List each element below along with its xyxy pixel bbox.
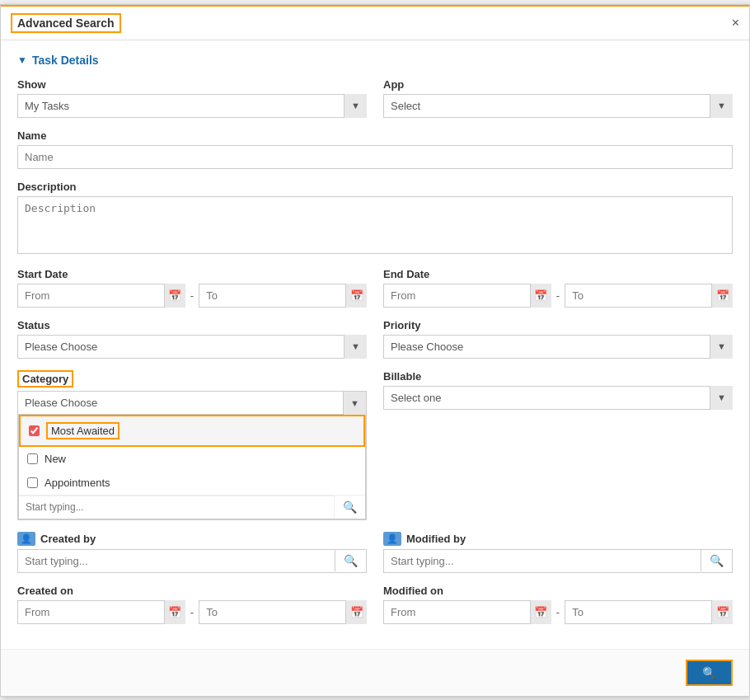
modified-by-search-button[interactable]: 🔍 (701, 550, 732, 571)
priority-select-wrapper: Please Choose High Medium Low ▼ (383, 335, 733, 359)
billable-label: Billable (383, 370, 733, 383)
category-search-input[interactable] (19, 496, 334, 518)
priority-field: Priority Please Choose High Medium Low ▼ (383, 319, 733, 359)
name-row: Name (17, 129, 733, 169)
category-search-wrapper: 🔍 (19, 495, 365, 519)
end-date-to-wrapper: 📅 (565, 284, 733, 308)
modal-header: Advanced Search × (1, 5, 749, 40)
chevron-down-icon: ▼ (17, 54, 27, 66)
start-date-row: 📅 - 📅 (17, 284, 367, 308)
end-date-from-calendar-icon[interactable]: 📅 (530, 284, 551, 308)
end-date-from-wrapper: 📅 (383, 284, 551, 308)
created-on-separator: - (189, 606, 195, 618)
end-date-field: End Date 📅 - 📅 (383, 268, 733, 308)
modified-on-to-calendar-icon[interactable]: 📅 (711, 600, 733, 624)
created-on-from-calendar-icon[interactable]: 📅 (164, 600, 185, 624)
created-on-to-wrapper: 📅 (199, 600, 367, 624)
category-checkbox-most-awaited[interactable] (29, 425, 40, 436)
created-on-label: Created on (17, 585, 367, 597)
show-select-wrapper: My Tasks All Tasks Team Tasks ▼ (17, 94, 367, 118)
app-field: App Select App 1 App 2 ▼ (383, 78, 733, 118)
modified-on-date-row: 📅 - 📅 (383, 600, 733, 624)
modified-by-label-row: 👤 Modified by (383, 532, 733, 546)
modified-by-field: 👤 Modified by 🔍 (383, 532, 733, 573)
modal-footer: 🔍 (1, 649, 749, 696)
show-field: Show My Tasks All Tasks Team Tasks ▼ (17, 78, 367, 118)
start-date-to-calendar-icon[interactable]: 📅 (345, 284, 367, 308)
created-by-label: Created by (40, 533, 96, 545)
created-on-from-input[interactable] (17, 600, 185, 624)
app-select[interactable]: Select App 1 App 2 (383, 94, 733, 118)
status-select-wrapper: Please Choose Active Inactive ▼ (17, 335, 367, 359)
status-priority-row: Status Please Choose Active Inactive ▼ P… (17, 319, 733, 359)
start-date-from-input[interactable] (17, 284, 185, 308)
created-on-to-calendar-icon[interactable]: 📅 (345, 600, 367, 624)
status-label: Status (17, 319, 367, 331)
modal-title: Advanced Search (11, 13, 121, 33)
billable-field: Billable Select one Yes No ▼ (383, 370, 733, 410)
category-checkbox-appointments[interactable] (27, 477, 38, 488)
category-label: Category (17, 370, 73, 388)
category-item-new[interactable]: New (19, 447, 365, 471)
modified-on-label: Modified on (383, 585, 733, 597)
modified-by-search-input[interactable] (384, 550, 701, 572)
name-field: Name (17, 129, 733, 169)
category-dropdown-header: Please Choose Most Awaited New Appointme… (18, 392, 366, 415)
app-select-wrapper: Select App 1 App 2 ▼ (383, 94, 733, 118)
billable-select[interactable]: Select one Yes No (383, 386, 733, 410)
category-item-most-awaited-label: Most Awaited (46, 422, 120, 439)
created-on-field: Created on 📅 - 📅 (17, 585, 367, 624)
end-date-row: 📅 - 📅 (383, 284, 733, 308)
end-date-to-input[interactable] (565, 284, 733, 308)
start-date-from-wrapper: 📅 (17, 284, 185, 308)
start-date-separator: - (189, 289, 195, 302)
description-label: Description (17, 181, 733, 193)
start-date-label: Start Date (17, 268, 367, 280)
created-by-search-button[interactable]: 🔍 (335, 550, 366, 571)
description-row: Description (17, 181, 733, 256)
priority-select[interactable]: Please Choose High Medium Low (383, 335, 733, 359)
created-modified-on-row: Created on 📅 - 📅 Modified on (17, 585, 733, 624)
section-title: Task Details (32, 54, 99, 67)
search-button[interactable]: 🔍 (686, 660, 733, 686)
app-label: App (383, 78, 733, 91)
modified-on-to-wrapper: 📅 (565, 600, 733, 624)
category-search-button[interactable]: 🔍 (334, 496, 365, 519)
category-checkbox-new[interactable] (27, 453, 38, 464)
close-button[interactable]: × (732, 16, 739, 31)
category-item-new-label: New (45, 453, 66, 465)
section-header: ▼ Task Details (17, 54, 733, 67)
modified-on-from-calendar-icon[interactable]: 📅 (530, 600, 551, 624)
description-field: Description (17, 181, 733, 256)
modified-on-separator: - (555, 606, 561, 618)
category-item-most-awaited[interactable]: Most Awaited (19, 415, 365, 447)
created-on-to-input[interactable] (199, 600, 367, 624)
end-date-separator: - (555, 289, 561, 302)
start-date-to-wrapper: 📅 (199, 284, 367, 308)
created-on-date-row: 📅 - 📅 (17, 600, 367, 624)
modified-on-to-input[interactable] (565, 600, 733, 624)
show-app-row: Show My Tasks All Tasks Team Tasks ▼ App… (17, 78, 733, 118)
show-select[interactable]: My Tasks All Tasks Team Tasks (17, 94, 367, 118)
category-select[interactable]: Please Choose Most Awaited New Appointme… (18, 392, 366, 415)
modified-on-field: Modified on 📅 - 📅 (383, 585, 733, 624)
status-select[interactable]: Please Choose Active Inactive (17, 335, 367, 359)
created-by-search-wrapper: 🔍 (17, 549, 367, 573)
start-date-from-calendar-icon[interactable]: 📅 (164, 284, 185, 308)
description-input[interactable] (17, 196, 733, 254)
status-field: Status Please Choose Active Inactive ▼ (17, 319, 367, 359)
end-date-to-calendar-icon[interactable]: 📅 (711, 284, 733, 308)
search-icon: 🔍 (702, 666, 716, 679)
end-date-from-input[interactable] (383, 284, 551, 308)
billable-select-wrapper: Select one Yes No ▼ (383, 386, 733, 410)
created-modified-by-row: 👤 Created by 🔍 👤 Modified by 🔍 (17, 532, 733, 573)
advanced-search-modal: Advanced Search × ▼ Task Details Show My… (0, 4, 750, 697)
start-date-field: Start Date 📅 - 📅 (17, 268, 367, 308)
modified-by-icon: 👤 (383, 532, 401, 546)
modified-on-from-input[interactable] (383, 600, 551, 624)
start-date-to-input[interactable] (199, 284, 367, 308)
show-label: Show (17, 78, 367, 91)
category-item-appointments[interactable]: Appointments (19, 471, 365, 495)
created-by-search-input[interactable] (18, 550, 335, 572)
name-input[interactable] (17, 145, 733, 169)
